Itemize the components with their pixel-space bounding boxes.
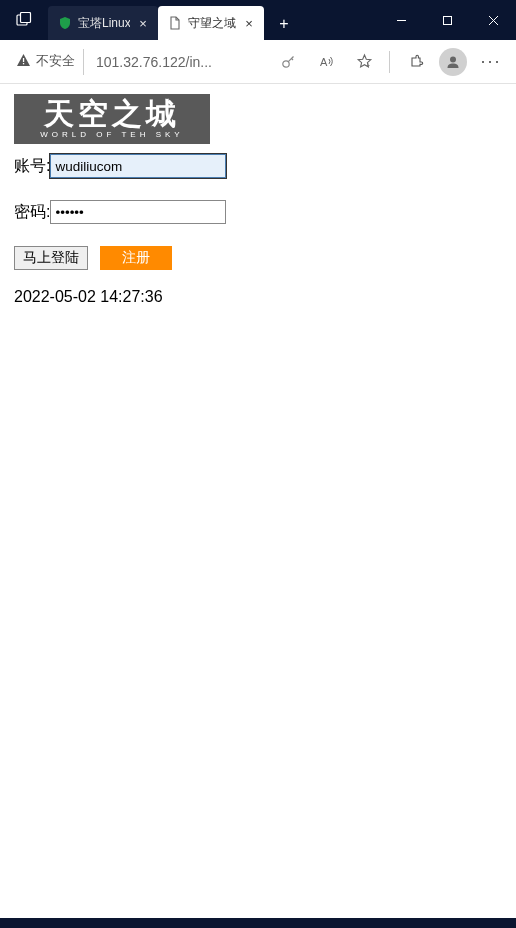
button-row: 马上登陆 注册 — [14, 246, 502, 270]
timestamp: 2022-05-02 14:27:36 — [14, 288, 502, 306]
insecure-label: 不安全 — [36, 53, 75, 70]
favorites-icon[interactable]: + — [347, 45, 381, 79]
close-icon[interactable]: × — [242, 16, 256, 30]
register-button[interactable]: 注册 — [100, 246, 172, 270]
new-tab-button[interactable]: + — [268, 8, 300, 40]
address-bar: 不安全 101.32.76.122/in... A + ··· — [0, 40, 516, 84]
url-display[interactable]: 101.32.76.122/in... — [88, 54, 267, 70]
username-input[interactable] — [50, 154, 226, 178]
password-label: 密码: — [14, 202, 50, 223]
svg-rect-6 — [23, 58, 24, 62]
username-row: 账号: — [14, 154, 502, 178]
shield-icon — [58, 16, 72, 30]
svg-rect-1 — [21, 13, 31, 23]
logo-sub-text: WORLD OF TEH SKY — [40, 130, 183, 139]
tab-shouwang[interactable]: 守望之域 × — [158, 6, 264, 40]
separator — [389, 51, 390, 73]
site-logo: 天空之城 WORLD OF TEH SKY — [14, 94, 210, 144]
maximize-button[interactable] — [424, 0, 470, 40]
avatar-icon — [439, 48, 467, 76]
password-input[interactable] — [50, 200, 226, 224]
logo-main-text: 天空之城 — [44, 99, 180, 129]
password-row: 密码: — [14, 200, 502, 224]
extensions-icon[interactable] — [398, 45, 432, 79]
svg-text:+: + — [366, 62, 370, 69]
page-content: 天空之城 WORLD OF TEH SKY 账号: 密码: 马上登陆 注册 20… — [0, 84, 516, 918]
menu-button[interactable]: ··· — [474, 45, 508, 79]
warning-icon — [16, 53, 31, 70]
svg-text:A: A — [320, 56, 328, 68]
key-icon[interactable] — [271, 45, 305, 79]
svg-line-10 — [291, 59, 293, 61]
security-indicator[interactable]: 不安全 — [8, 49, 84, 75]
close-icon[interactable]: × — [136, 16, 150, 30]
window-controls — [378, 0, 516, 40]
svg-rect-3 — [443, 16, 451, 24]
tab-title: 守望之域 — [188, 15, 236, 32]
title-bar: 宝塔Linux × 守望之域 × + — [0, 0, 516, 40]
dots-icon: ··· — [480, 51, 501, 72]
svg-point-13 — [450, 56, 456, 62]
read-aloud-icon[interactable]: A — [309, 45, 343, 79]
login-button[interactable]: 马上登陆 — [14, 246, 88, 270]
username-label: 账号: — [14, 156, 50, 177]
tabview-icon[interactable] — [0, 0, 48, 40]
tab-title: 宝塔Linux — [78, 15, 130, 32]
window-frame-bottom — [0, 918, 516, 928]
minimize-button[interactable] — [378, 0, 424, 40]
close-button[interactable] — [470, 0, 516, 40]
svg-rect-7 — [23, 63, 24, 64]
tabs: 宝塔Linux × 守望之域 × + — [48, 0, 300, 40]
profile-button[interactable] — [436, 45, 470, 79]
tab-baota[interactable]: 宝塔Linux × — [48, 6, 158, 40]
titlebar-left: 宝塔Linux × 守望之域 × + — [0, 0, 300, 40]
document-icon — [168, 16, 182, 30]
svg-point-8 — [282, 61, 288, 67]
